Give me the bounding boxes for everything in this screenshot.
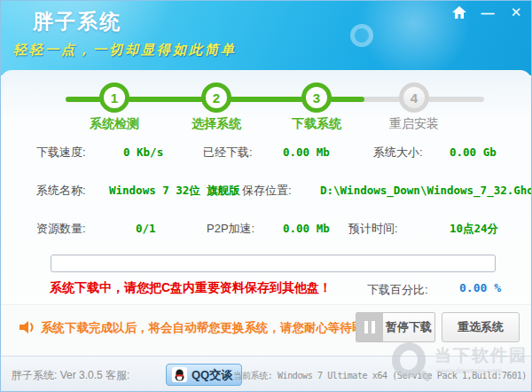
downloaded-value: 0.00 Mb [283, 145, 330, 159]
step-4-circle: 4 [399, 82, 429, 113]
qq-button-label: QQ交谈 [192, 367, 232, 383]
p2p-label: P2P加速: [207, 221, 254, 237]
qq-chat-button[interactable]: QQ交谈 [166, 364, 242, 386]
resource-count-label: 资源数量: [36, 221, 86, 237]
slogan-text: 轻轻一点，一切却显得如此简单 [13, 42, 237, 59]
downloaded-label: 已经下载: [203, 145, 253, 161]
title-bar: 胖子系统 轻轻一点，一切却显得如此简单 — ✕ [1, 1, 531, 75]
auto-install-notice: 系统下载完成以后，将会自动帮您更换系统，请您耐心等待即可！ [41, 320, 388, 336]
main-content: 1 2 3 4 系统检测 选择系统 下载系统 重启安装 下载速度: 0 Kb/s… [1, 70, 531, 356]
current-system-text: 当前系统: Windows 7 Ultimate x64 (Service Pa… [233, 370, 527, 382]
eta-label: 预计时间: [348, 221, 398, 237]
system-size-value: 0.00 Gb [450, 145, 497, 159]
c-drive-warning-text: 系统下载中，请您把C盘内重要资料保存到其他盘！ [50, 280, 332, 296]
percent-value: 0.00 % [459, 281, 501, 294]
home-button[interactable] [450, 4, 469, 21]
system-name-value: Windows 7 32位 旗舰版 [109, 184, 240, 199]
window-controls: — ✕ [450, 4, 526, 21]
system-size-label: 系统大小: [373, 145, 423, 161]
step-3-circle: 3 [301, 82, 332, 113]
download-speed-label: 下载速度: [36, 145, 86, 161]
download-progress-bar [51, 255, 496, 272]
step-2-circle: 2 [201, 82, 231, 113]
version-text: 胖子系统: Ver 3.0.5 客服: [12, 368, 129, 383]
pause-button-label: 暂停下载 [383, 313, 434, 341]
lens-flare-decoration [350, 24, 373, 47]
qq-penguin-icon [172, 367, 187, 382]
app-title: 胖子系统 [33, 8, 121, 35]
eta-value: 10点24分 [450, 222, 498, 237]
reselect-system-button[interactable]: 重选系统 [442, 312, 520, 342]
close-button[interactable]: ✕ [506, 4, 526, 21]
p2p-value: 0.00 Mb [283, 222, 330, 235]
step-3-label: 下载系统 [281, 116, 352, 132]
percent-label: 下载百分比: [367, 282, 428, 298]
pause-download-button[interactable]: 暂停下载 [356, 312, 435, 342]
step-1-label: 系统检测 [79, 116, 150, 132]
home-icon [452, 6, 466, 20]
step-1-circle: 1 [99, 82, 129, 113]
resource-count-value: 0/1 [136, 222, 156, 235]
footer-strip: 系统下载完成以后，将会自动帮您更换系统，请您耐心等待即可！ 暂停下载 重选系统 [1, 304, 531, 356]
save-path-label: 保存位置: [242, 183, 292, 199]
app-window: 胖子系统 轻轻一点，一切却显得如此简单 — ✕ 1 2 3 4 系统检测 选择系… [0, 0, 532, 392]
system-name-label: 系统名称: [36, 183, 86, 199]
save-path-value: D:\Windows_Down\Windows_7_32.Gho [320, 184, 532, 197]
download-speed-value: 0 Kb/s [123, 145, 163, 159]
status-bar: 胖子系统: Ver 3.0.5 客服: QQ交谈 当前系统: Windows 7… [1, 356, 531, 392]
pause-icon [356, 313, 383, 341]
step-2-label: 选择系统 [181, 116, 252, 132]
speaker-icon [19, 318, 38, 340]
minimize-button[interactable]: — [478, 4, 497, 21]
step-4-label: 重启安装 [379, 116, 450, 132]
